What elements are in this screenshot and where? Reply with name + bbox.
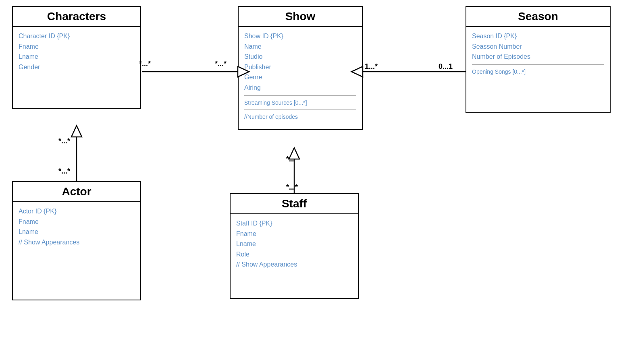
staff-title: Staff — [282, 197, 307, 210]
season-attr-2: Seasson Number — [472, 41, 604, 52]
staff-box: Staff Staff ID {PK} Fname Lname Role // … — [230, 193, 359, 299]
char-attr-1: Character ID {PK} — [19, 31, 135, 41]
show-box: Show Show ID {PK} Name Studio Publisher … — [238, 6, 363, 130]
staff-body: Staff ID {PK} Fname Lname Role // Show A… — [231, 214, 358, 298]
mult-staff-show-top: *...* — [286, 155, 298, 163]
mult-show-season-left: 1...* — [365, 62, 378, 71]
characters-body: Character ID {PK} Fname Lname Gender — [13, 27, 140, 108]
actor-title: Actor — [62, 185, 91, 198]
mult-actor-char-top: *...* — [58, 137, 70, 145]
characters-box: Characters Character ID {PK} Fname Lname… — [12, 6, 141, 109]
season-derived: Opening Songs [0...*] — [472, 67, 604, 76]
show-attr-6: Airing — [244, 83, 356, 93]
season-body: Season ID {PK} Seasson Number Number of … — [466, 27, 610, 112]
mult-char-show-right: *...* — [215, 60, 227, 68]
season-divider — [472, 64, 604, 65]
show-attr-4: Publisher — [244, 62, 356, 72]
actor-box: Actor Actor ID {PK} Fname Lname // Show … — [12, 181, 141, 300]
actor-attr-4: // Show Appearances — [19, 237, 135, 248]
show-derived-2: //Number of episodes — [244, 112, 356, 121]
show-title: Show — [285, 10, 316, 23]
char-attr-3: Lname — [19, 52, 135, 62]
char-attr-4: Gender — [19, 62, 135, 72]
actor-attr-2: Fname — [19, 217, 135, 227]
show-attr-2: Name — [244, 41, 356, 52]
show-body: Show ID {PK} Name Studio Publisher Genre… — [239, 27, 362, 129]
characters-title: Characters — [47, 10, 106, 23]
season-header: Season — [466, 7, 610, 27]
show-attr-1: Show ID {PK} — [244, 31, 356, 41]
mult-staff-show-bottom: *...* — [286, 183, 298, 192]
characters-header: Characters — [13, 7, 140, 27]
season-title: Season — [518, 10, 558, 23]
staff-attr-4: Role — [236, 249, 352, 260]
svg-marker-5 — [71, 126, 82, 137]
show-divider2 — [244, 110, 356, 110]
staff-attr-5: // Show Appearances — [236, 259, 352, 270]
mult-show-season-right: 0...1 — [439, 62, 453, 71]
season-attr-1: Season ID {PK} — [472, 31, 604, 41]
actor-header: Actor — [13, 182, 140, 202]
season-box: Season Season ID {PK} Seasson Number Num… — [466, 6, 611, 113]
show-header: Show — [239, 7, 362, 27]
staff-attr-2: Fname — [236, 229, 352, 239]
show-derived-1: Streaming Sources [0...*] — [244, 98, 356, 107]
show-divider — [244, 95, 356, 96]
actor-body: Actor ID {PK} Fname Lname // Show Appear… — [13, 202, 140, 300]
season-attr-3: Number of Episodes — [472, 52, 604, 62]
mult-char-show-left: *...* — [139, 60, 151, 68]
mult-actor-char-bottom: *...* — [58, 167, 70, 176]
actor-attr-1: Actor ID {PK} — [19, 206, 135, 217]
staff-attr-1: Staff ID {PK} — [236, 218, 352, 229]
char-attr-2: Fname — [19, 41, 135, 52]
staff-header: Staff — [231, 194, 358, 214]
actor-attr-3: Lname — [19, 227, 135, 237]
show-attr-3: Studio — [244, 52, 356, 62]
show-attr-5: Genre — [244, 72, 356, 83]
staff-attr-3: Lname — [236, 239, 352, 249]
